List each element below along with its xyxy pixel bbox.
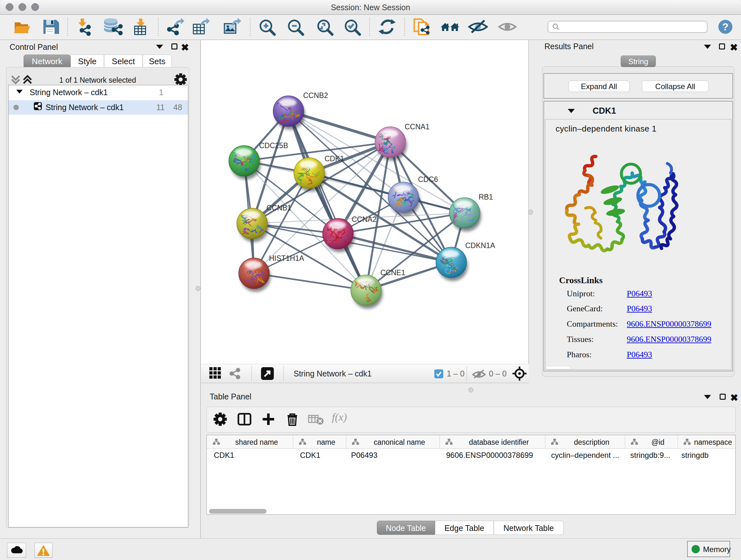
svg-text:CCNB2: CCNB2 <box>303 91 328 100</box>
svg-text:CDC6: CDC6 <box>418 175 438 184</box>
svg-text:?: ? <box>722 21 729 33</box>
svg-text:CDKN1A: CDKN1A <box>465 241 495 250</box>
svg-text:HIST1H1A: HIST1H1A <box>269 254 305 262</box>
svg-text:CDK1: CDK1 <box>325 154 344 163</box>
svg-text:CCNB1: CCNB1 <box>266 204 291 212</box>
svg-text:CCNA2: CCNA2 <box>352 215 377 224</box>
svg-text:RB1: RB1 <box>479 193 493 201</box>
svg-text:CCNA1: CCNA1 <box>405 123 429 131</box>
svg-text:CCNE1: CCNE1 <box>381 268 405 277</box>
svg-text:CDC25B: CDC25B <box>259 141 288 150</box>
